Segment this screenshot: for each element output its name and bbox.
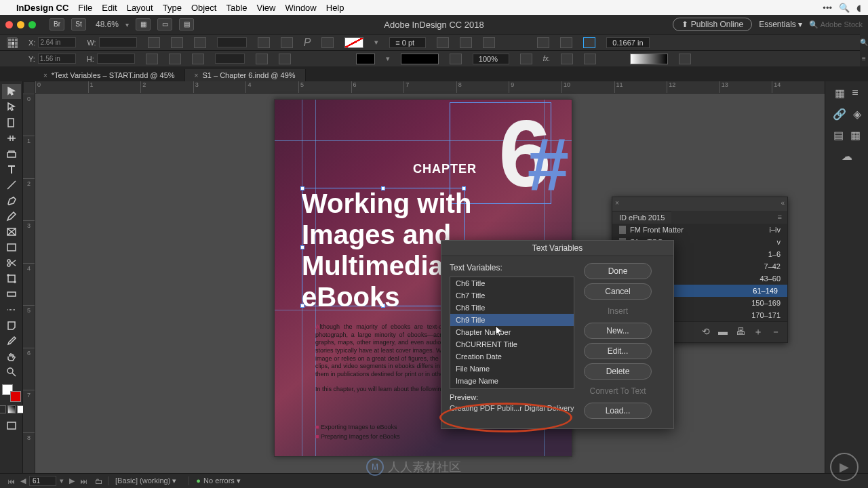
w-input[interactable]: [99, 37, 137, 47]
stroke-style[interactable]: [401, 54, 439, 64]
effects-icon[interactable]: [520, 54, 532, 64]
frame-fit-3-icon[interactable]: [483, 37, 495, 48]
list-item[interactable]: Ch7 Title: [450, 289, 574, 302]
free-transform-tool[interactable]: [2, 271, 21, 286]
menu-layout[interactable]: Layout: [127, 3, 153, 13]
scissors-tool[interactable]: [2, 256, 21, 270]
color-modes[interactable]: [0, 405, 25, 413]
last-page-icon[interactable]: ⏭: [78, 477, 90, 485]
open-icon[interactable]: 🗀: [95, 477, 102, 485]
menuextra-icon[interactable]: •••: [823, 3, 832, 13]
page-dropdown-icon[interactable]: ▾: [58, 476, 66, 485]
save-book-icon[interactable]: ▬: [718, 326, 728, 338]
list-item[interactable]: Chapter Number: [450, 326, 574, 338]
menu-type[interactable]: Type: [163, 3, 182, 13]
page-tool[interactable]: [2, 115, 21, 130]
workspace-switcher[interactable]: Essentials ▾: [759, 20, 802, 29]
app-name[interactable]: InDesign CC: [16, 3, 68, 13]
insert-button[interactable]: Insert: [584, 304, 652, 319]
reset-transform-icon[interactable]: [192, 54, 204, 64]
stock-button[interactable]: St: [71, 18, 86, 30]
text-variables-dialog[interactable]: Text Variables Text Variables: Ch6 Title…: [441, 240, 674, 429]
new-button[interactable]: New...: [584, 323, 652, 339]
zoom-dropdown-icon[interactable]: ▾: [125, 21, 129, 28]
done-button[interactable]: Done: [584, 263, 652, 279]
gradient-feather-tool[interactable]: [2, 302, 21, 317]
pages-panel-icon[interactable]: ▦: [835, 87, 845, 100]
panel-header[interactable]: × «: [612, 197, 787, 211]
h-input[interactable]: [97, 54, 135, 64]
print-book-icon[interactable]: 🖶: [736, 326, 745, 338]
shear-input[interactable]: [215, 54, 245, 64]
remove-document-icon[interactable]: －: [771, 326, 781, 338]
rotate-icon[interactable]: [194, 37, 206, 48]
first-icon[interactable]: [256, 54, 268, 64]
cancel-button[interactable]: Cancel: [584, 283, 652, 300]
menu-help[interactable]: Help: [326, 3, 344, 13]
gradient-swatch[interactable]: [630, 54, 668, 64]
bridge-button[interactable]: Br: [50, 18, 64, 30]
selection-tool[interactable]: [2, 84, 21, 99]
menu-file[interactable]: File: [78, 3, 92, 13]
note-tool[interactable]: [2, 318, 21, 333]
list-item[interactable]: File Name: [450, 363, 574, 375]
panel-menu-icon[interactable]: ≡: [772, 211, 787, 223]
eyedropper-tool[interactable]: [2, 333, 21, 348]
list-item[interactable]: Image Name: [450, 375, 574, 387]
delete-button[interactable]: Delete: [584, 363, 652, 380]
pen-tool[interactable]: [2, 193, 21, 208]
y-input[interactable]: [38, 54, 76, 64]
last-icon[interactable]: [279, 54, 291, 64]
corner-radius[interactable]: 0.1667 in: [606, 37, 649, 48]
load-button[interactable]: Load...: [584, 403, 652, 419]
shear-icon[interactable]: [146, 54, 158, 64]
reference-point-icon[interactable]: [7, 37, 18, 48]
document-tab[interactable]: ×*Text Variables – START.indd @ 45%: [34, 69, 185, 81]
content-collector-tool[interactable]: [2, 146, 21, 161]
panel-close-icon[interactable]: ×: [615, 199, 619, 207]
color-panel-icon[interactable]: ▤: [833, 129, 844, 142]
layers-panel-icon[interactable]: ≡: [852, 87, 858, 100]
rotate-cw-icon[interactable]: [281, 37, 293, 48]
gradient-swatch-tool[interactable]: [2, 287, 21, 302]
vertical-ruler[interactable]: 012345678: [23, 94, 35, 474]
zoom-window-button[interactable]: [28, 21, 36, 28]
screen-mode-button[interactable]: ▭: [157, 18, 172, 30]
text-wrap-3-icon[interactable]: [561, 54, 573, 64]
book-row[interactable]: FM Front Matteri–iv: [612, 224, 787, 236]
menu-table[interactable]: Table: [226, 3, 247, 13]
close-window-button[interactable]: [5, 21, 13, 28]
book-panel-tab[interactable]: ID ePub 2015: [612, 211, 671, 224]
minimize-window-button[interactable]: [17, 21, 24, 28]
stroke-panel-icon[interactable]: ◈: [853, 108, 861, 121]
direct-selection-tool[interactable]: [2, 100, 21, 115]
fill-dropdown-icon[interactable]: ▾: [374, 38, 378, 47]
preflight-status[interactable]: ●No errors ▾: [189, 476, 248, 485]
line-tool[interactable]: [2, 178, 21, 192]
hand-tool[interactable]: [2, 349, 21, 364]
document-tab[interactable]: ×S1 – Chapter 6.indd @ 49%: [185, 69, 306, 81]
close-tab-icon[interactable]: ×: [43, 72, 47, 79]
text-wrap-4-icon[interactable]: [584, 54, 596, 64]
align-icon[interactable]: [321, 37, 334, 48]
wifi-icon[interactable]: ◖: [856, 3, 861, 13]
frame-fit-2-icon[interactable]: [460, 37, 472, 48]
x-input[interactable]: [38, 37, 76, 47]
frame-fit-1-icon[interactable]: [437, 37, 449, 48]
prev-page-icon[interactable]: ◀: [18, 476, 28, 485]
corner-options-icon[interactable]: [583, 37, 595, 48]
list-item[interactable]: Ch6 Title: [450, 277, 574, 289]
list-item[interactable]: Ch9 Title: [450, 314, 574, 326]
rotate-input[interactable]: [217, 37, 247, 47]
rectangle-frame-tool[interactable]: [2, 224, 21, 239]
type-tool[interactable]: [2, 162, 21, 177]
new-icon[interactable]: [679, 54, 691, 64]
text-wrap-2-icon[interactable]: [560, 37, 572, 48]
flip-h-icon[interactable]: [171, 37, 183, 48]
close-tab-icon[interactable]: ×: [195, 72, 199, 79]
cc-libraries-icon[interactable]: ☁: [842, 150, 852, 163]
zoom-level[interactable]: 48.6%: [96, 20, 119, 29]
play-overlay-icon[interactable]: ▶: [830, 453, 859, 481]
screen-mode-tool[interactable]: [2, 418, 21, 433]
constrain-icon[interactable]: [148, 37, 160, 48]
